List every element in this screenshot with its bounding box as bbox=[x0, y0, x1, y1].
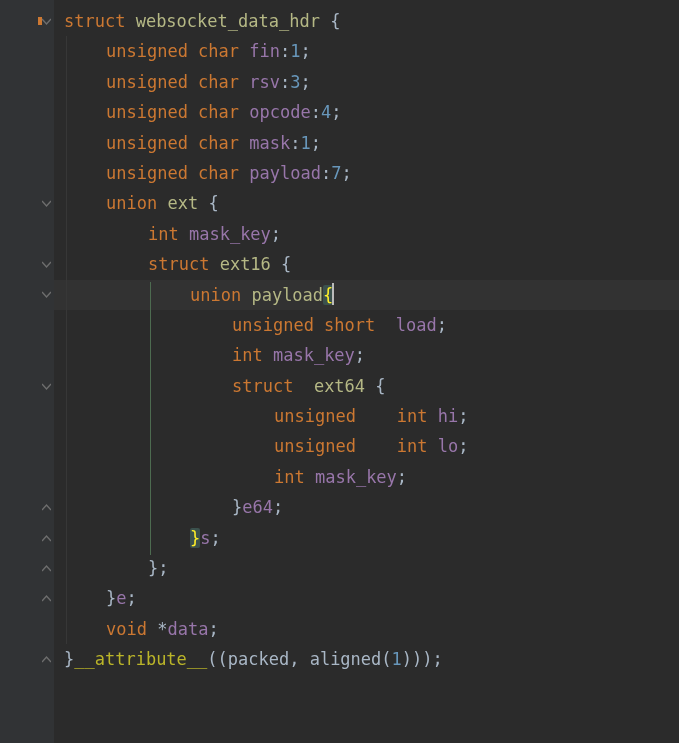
token-punc: ; bbox=[311, 133, 321, 153]
fold-open-icon[interactable] bbox=[42, 260, 51, 269]
fold-close-icon[interactable] bbox=[42, 564, 51, 573]
token-field: mask_key bbox=[315, 467, 397, 487]
token-kw: union bbox=[106, 193, 167, 213]
token-field: load bbox=[396, 315, 437, 335]
token-punc: : bbox=[290, 133, 300, 153]
token-punc: ; bbox=[211, 528, 221, 548]
token-punc: : bbox=[280, 41, 290, 61]
code-line[interactable]: }; bbox=[54, 553, 679, 583]
code-line[interactable]: unsigned int hi; bbox=[54, 401, 679, 431]
code-line[interactable]: int mask_key; bbox=[54, 462, 679, 492]
text-caret bbox=[332, 283, 334, 305]
token-typename: payload bbox=[251, 285, 323, 305]
indent-guide bbox=[66, 36, 67, 644]
token-field: payload bbox=[249, 163, 321, 183]
fold-open-icon[interactable] bbox=[42, 199, 51, 208]
token-num: 4 bbox=[321, 102, 331, 122]
code-line[interactable]: unsigned short load; bbox=[54, 310, 679, 340]
token-punc: ; bbox=[437, 315, 447, 335]
token-field: rsv bbox=[249, 72, 280, 92]
token-punc: { bbox=[330, 11, 340, 31]
token-typename: websocket_data_hdr bbox=[136, 11, 330, 31]
code-line[interactable]: unsigned char mask:1; bbox=[54, 128, 679, 158]
token-field: e64 bbox=[242, 497, 273, 517]
code-editor[interactable]: struct websocket_data_hdr {unsigned char… bbox=[0, 0, 679, 743]
code-line[interactable]: union payload{ bbox=[54, 280, 679, 310]
code-line[interactable]: }e64; bbox=[54, 492, 679, 522]
token-kw: struct bbox=[64, 11, 136, 31]
token-kw: unsigned char bbox=[106, 72, 249, 92]
token-punc: }; bbox=[148, 558, 168, 578]
token-punc: : bbox=[280, 72, 290, 92]
code-line[interactable]: int mask_key; bbox=[54, 219, 679, 249]
token-punc: ; bbox=[397, 467, 407, 487]
token-num: 1 bbox=[392, 649, 402, 669]
token-field: lo bbox=[438, 436, 458, 456]
token-punc: ; bbox=[208, 619, 218, 639]
fold-open-icon[interactable] bbox=[42, 17, 51, 26]
code-line[interactable]: struct websocket_data_hdr { bbox=[54, 6, 679, 36]
code-line[interactable]: unsigned char fin:1; bbox=[54, 36, 679, 66]
token-punc: ; bbox=[301, 41, 311, 61]
token-punc: ; bbox=[273, 497, 283, 517]
token-field: e bbox=[116, 588, 126, 608]
code-line[interactable]: }s; bbox=[54, 523, 679, 553]
token-punc: } bbox=[106, 588, 116, 608]
token-field: data bbox=[167, 619, 208, 639]
token-field: mask_key bbox=[189, 224, 271, 244]
token-typename: ext16 bbox=[220, 254, 281, 274]
code-line[interactable]: struct ext16 { bbox=[54, 249, 679, 279]
fold-close-icon[interactable] bbox=[42, 655, 51, 664]
code-line[interactable]: union ext { bbox=[54, 188, 679, 218]
token-field: hi bbox=[438, 406, 458, 426]
code-line[interactable]: unsigned char payload:7; bbox=[54, 158, 679, 188]
token-punc: { bbox=[375, 376, 385, 396]
code-area[interactable]: struct websocket_data_hdr {unsigned char… bbox=[54, 6, 679, 675]
code-line[interactable]: void *data; bbox=[54, 614, 679, 644]
token-punc: ; bbox=[331, 102, 341, 122]
token-punc: ; bbox=[458, 436, 468, 456]
fold-close-icon[interactable] bbox=[42, 503, 51, 512]
token-punc: ; bbox=[127, 588, 137, 608]
token-kw: unsigned char bbox=[106, 102, 249, 122]
token-punc: } bbox=[232, 497, 242, 517]
token-punc: } bbox=[64, 649, 74, 669]
code-line[interactable]: struct ext64 { bbox=[54, 371, 679, 401]
token-field: s bbox=[200, 528, 210, 548]
token-kw: void bbox=[106, 619, 157, 639]
token-punc: ; bbox=[301, 72, 311, 92]
gutter bbox=[0, 0, 54, 743]
token-punc: { bbox=[208, 193, 218, 213]
token-kw: int bbox=[148, 224, 189, 244]
fold-open-icon[interactable] bbox=[42, 290, 51, 299]
token-kw: unsigned char bbox=[106, 133, 249, 153]
code-line[interactable]: }e; bbox=[54, 583, 679, 613]
token-brace-match: } bbox=[190, 528, 200, 548]
token-kw: unsigned char bbox=[106, 41, 249, 61]
token-kw: union bbox=[190, 285, 251, 305]
token-kw: int bbox=[232, 345, 273, 365]
token-field: fin bbox=[249, 41, 280, 61]
bookmark-icon[interactable] bbox=[38, 17, 42, 25]
token-punc: * bbox=[157, 619, 167, 639]
token-punc: ; bbox=[271, 224, 281, 244]
token-kw: struct bbox=[232, 376, 314, 396]
token-kw: unsigned short bbox=[232, 315, 396, 335]
token-field: mask_key bbox=[273, 345, 355, 365]
fold-open-icon[interactable] bbox=[42, 382, 51, 391]
token-punc: : bbox=[321, 163, 331, 183]
code-line[interactable]: int mask_key; bbox=[54, 340, 679, 370]
fold-close-icon[interactable] bbox=[42, 594, 51, 603]
token-typename: ext64 bbox=[314, 376, 375, 396]
token-field: opcode bbox=[249, 102, 310, 122]
token-kw: int bbox=[274, 467, 315, 487]
token-kw: struct bbox=[148, 254, 220, 274]
code-line[interactable]: unsigned int lo; bbox=[54, 431, 679, 461]
token-num: 7 bbox=[331, 163, 341, 183]
token-punc: : bbox=[311, 102, 321, 122]
code-line[interactable]: }__attribute__((packed, aligned(1))); bbox=[54, 644, 679, 674]
code-line[interactable]: unsigned char rsv:3; bbox=[54, 67, 679, 97]
token-field: mask bbox=[249, 133, 290, 153]
code-line[interactable]: unsigned char opcode:4; bbox=[54, 97, 679, 127]
fold-close-icon[interactable] bbox=[42, 534, 51, 543]
